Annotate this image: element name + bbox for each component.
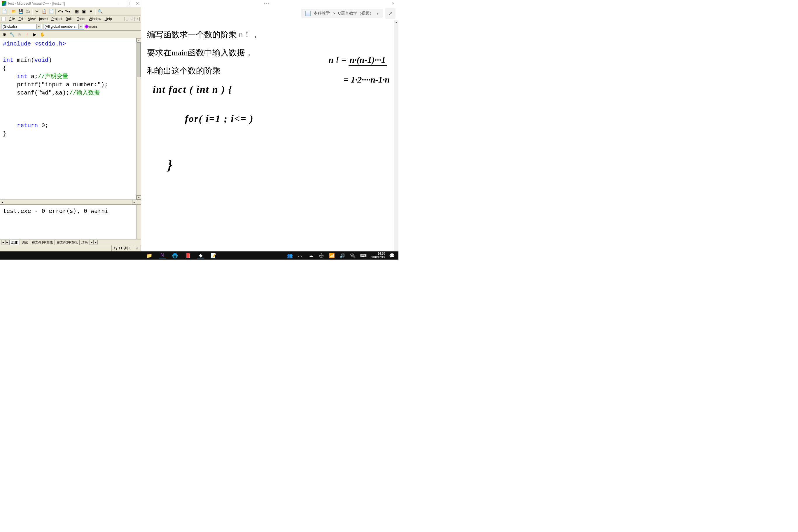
editor-vertical-scrollbar[interactable]: ▴ ▾	[136, 38, 141, 200]
output-content[interactable]: test.exe - 0 error(s), 0 warni	[0, 205, 141, 239]
output-scrollbar[interactable]	[136, 205, 141, 239]
menu-insert[interactable]: Insert	[37, 16, 50, 22]
breadcrumb-parent[interactable]: 本科教学	[314, 11, 330, 16]
mdi-close-button[interactable]: ×	[135, 17, 140, 21]
notifications-icon[interactable]: 💬	[388, 252, 396, 259]
system-clock[interactable]: 14:30 2018/12/19	[370, 252, 385, 259]
scroll-up-icon[interactable]: ▴	[394, 20, 398, 24]
go-icon[interactable]: ▶	[32, 31, 38, 38]
chrome-icon[interactable]: 🌐	[171, 252, 178, 259]
redo-icon[interactable]: ↷▾	[64, 8, 71, 15]
save-all-icon[interactable]: 🗃	[24, 8, 31, 15]
menu-tools[interactable]: Tools	[75, 16, 87, 22]
windows-taskbar[interactable]: 📁 N 🌐 📕 ◆ 📝 👥 ︿ ☁ ㊥ 📶 🔊 🔌 ⌨ 14:30 2018/1…	[0, 251, 398, 260]
cursor-position: 行 11, 列 1	[112, 245, 133, 251]
function-indicator[interactable]: main	[85, 24, 97, 28]
breadcrumb-child[interactable]: C语言教学（视频）	[338, 11, 374, 16]
build-toolbar: ⚙ 🔧 ⊘ ! ▶ ✋	[0, 31, 141, 38]
menu-window[interactable]: Window	[87, 16, 103, 22]
onenote-window: ••• ✕ 本科教学 > C语言教学（视频） ▾ ⤢ 编写函数求一个数的阶乘 n…	[141, 0, 398, 251]
members-combo[interactable]: (All global members	[43, 24, 84, 30]
menu-help[interactable]: Help	[103, 16, 114, 22]
tab-find2[interactable]: 在文件2中查找	[55, 240, 80, 245]
scroll-down-icon[interactable]: ▾	[136, 195, 141, 200]
ime-icon[interactable]: ㊥	[318, 252, 325, 259]
new-file-icon[interactable]: 📄	[1, 8, 7, 15]
fullscreen-button[interactable]: ⤢	[385, 8, 396, 19]
menu-build[interactable]: Build	[64, 16, 75, 22]
editor-horizontal-scrollbar[interactable]: ◂ ▸	[0, 200, 141, 204]
file-explorer-icon[interactable]: 📁	[146, 252, 153, 259]
scroll-left-icon[interactable]: ◂	[0, 200, 4, 205]
menu-file[interactable]: File	[7, 16, 17, 22]
onenote-titlebar[interactable]: ••• ✕	[141, 0, 398, 7]
find-icon[interactable]: 🔍	[97, 8, 103, 15]
keyboard-icon[interactable]: ⌨	[360, 252, 367, 259]
cut-icon[interactable]: ✂	[34, 8, 40, 15]
tray-expand-icon[interactable]: ︿	[297, 252, 304, 259]
compile-icon[interactable]: ⚙	[1, 31, 7, 38]
chevron-down-icon[interactable]: ▾	[377, 11, 379, 16]
problem-text: 编写函数求一个数的阶乘 n！， 要求在main函数中输入数据， 和输出这个数的阶…	[147, 26, 393, 80]
onenote-taskbar-icon[interactable]: N	[159, 252, 166, 259]
onenote-canvas[interactable]: 编写函数求一个数的阶乘 n！， 要求在main函数中输入数据， 和输出这个数的阶…	[141, 20, 398, 251]
execute-icon[interactable]: !	[24, 31, 30, 38]
onenote-close-button[interactable]: ✕	[390, 1, 396, 6]
tab-build[interactable]: 组建	[10, 240, 20, 245]
notepad-icon[interactable]: 📝	[210, 252, 217, 259]
onedrive-icon[interactable]: ☁	[307, 252, 315, 259]
maximize-button[interactable]: ☐	[127, 1, 130, 6]
tab-results[interactable]: 结果	[79, 240, 90, 245]
tab-debug[interactable]: 调试	[20, 240, 30, 245]
tab-scroll-left-icon[interactable]: ◂	[90, 240, 94, 244]
document-icon[interactable]	[1, 17, 6, 21]
save-icon[interactable]: 💾	[18, 8, 24, 15]
tab-scroll-right-icon[interactable]: ▸	[94, 240, 98, 244]
paste-icon[interactable]: 📄	[48, 8, 54, 15]
volume-icon[interactable]: 🔊	[339, 252, 346, 259]
output-icon[interactable]: ▣	[80, 8, 87, 15]
vcpp-taskbar-icon[interactable]: ◆	[197, 252, 204, 259]
onenote-scrollbar[interactable]: ▴	[394, 20, 398, 251]
mdi-restore-button[interactable]: ❐	[130, 17, 134, 21]
copy-icon[interactable]: 📋	[41, 8, 47, 15]
scope-combo[interactable]: (Globals)	[1, 24, 42, 30]
menu-project[interactable]: Project	[50, 16, 64, 22]
tab-nav-right-icon[interactable]: ▸	[5, 240, 10, 244]
wifi-icon[interactable]: 📶	[328, 252, 336, 259]
people-icon[interactable]: 👥	[286, 252, 293, 259]
problem-line-1: 编写函数求一个数的阶乘 n！，	[147, 26, 393, 44]
close-button[interactable]: ✕	[136, 1, 139, 6]
workspace-icon[interactable]: ▦	[74, 8, 80, 15]
output-text: test.exe - 0 error(s), 0 warni	[3, 207, 108, 214]
onenote-header: 本科教学 > C语言教学（视频） ▾ ⤢	[141, 7, 398, 20]
window-list-icon[interactable]: ≡	[88, 8, 94, 15]
vcpp-icon	[2, 1, 6, 6]
code-editor[interactable]: #include <stdio.h> int main(void){ int a…	[0, 38, 141, 200]
clock-time: 14:30	[370, 252, 385, 255]
visual-cpp-window: test - Microsoft Visual C++ - [test.c *]…	[0, 0, 141, 251]
menu-view[interactable]: View	[26, 16, 37, 22]
scroll-right-icon[interactable]: ▸	[132, 200, 136, 205]
scrollbar-thumb[interactable]	[137, 42, 140, 77]
titlebar[interactable]: test - Microsoft Visual C++ - [test.c *]…	[0, 0, 141, 7]
stop-build-icon[interactable]: ⊘	[16, 31, 23, 38]
tab-nav-left-icon[interactable]: ◂	[1, 240, 5, 244]
build-icon[interactable]: 🔧	[9, 31, 15, 38]
breadcrumb[interactable]: 本科教学 > C语言教学（视频） ▾	[301, 9, 383, 18]
minimize-button[interactable]: —	[117, 1, 121, 6]
mdi-minimize-button[interactable]: _	[125, 17, 129, 21]
pdf-icon[interactable]: 📕	[184, 252, 191, 259]
power-icon[interactable]: 🔌	[349, 252, 356, 259]
menu-edit[interactable]: Edit	[17, 16, 26, 22]
handwriting-formula-2: = 1·2····n-1·n	[344, 75, 390, 84]
more-icon[interactable]: •••	[144, 1, 390, 6]
handwriting-formula-1: n ! = n·(n-1)···1	[329, 55, 387, 65]
open-icon[interactable]: 📂	[11, 8, 17, 15]
scroll-up-icon[interactable]: ▴	[136, 38, 141, 42]
handwriting-code-2: for( i=1 ; i<= )	[185, 113, 254, 124]
breakpoint-icon[interactable]: ✋	[39, 31, 45, 38]
function-name: main	[89, 24, 97, 28]
undo-icon[interactable]: ↶▾	[57, 8, 63, 15]
tab-find1[interactable]: 在文件1中查找	[30, 240, 55, 245]
